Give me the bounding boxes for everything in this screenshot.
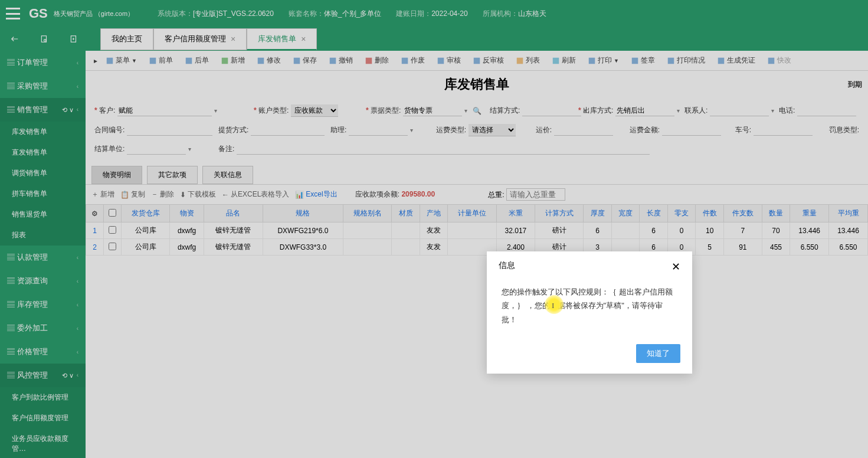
info-modal: 信息 ✕ 您的操作触发了以下风控规则：｛ 超出客户信用额度，｝ ，您的单据将被保…	[487, 251, 692, 374]
modal-overlay	[0, 0, 868, 458]
modal-title: 信息	[499, 260, 515, 273]
ok-button[interactable]: 知道了	[636, 344, 680, 363]
close-icon[interactable]: ✕	[672, 260, 680, 273]
modal-body: 您的操作触发了以下风控规则：｛ 超出客户信用额度，｝ ，您的单据将被保存为"草稿…	[487, 282, 692, 338]
